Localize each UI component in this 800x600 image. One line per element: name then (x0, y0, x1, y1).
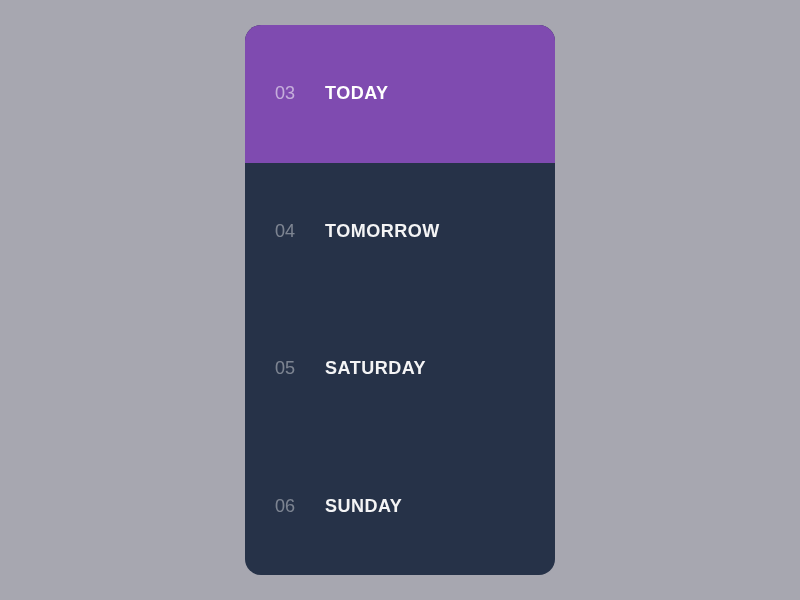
day-row-today[interactable]: 03 TODAY (245, 25, 555, 163)
day-row-saturday[interactable]: 05 SATURDAY (245, 300, 555, 438)
day-list-card: 03 TODAY 04 TOMORROW 05 SATURDAY 06 SUND… (245, 25, 555, 575)
day-number: 04 (275, 221, 325, 242)
day-label: SUNDAY (325, 496, 402, 517)
day-number: 05 (275, 358, 325, 379)
day-row-sunday[interactable]: 06 SUNDAY (245, 438, 555, 576)
day-label: TOMORROW (325, 221, 440, 242)
day-number: 06 (275, 496, 325, 517)
day-label: SATURDAY (325, 358, 426, 379)
day-row-tomorrow[interactable]: 04 TOMORROW (245, 163, 555, 301)
day-number: 03 (275, 83, 325, 104)
day-label: TODAY (325, 83, 389, 104)
